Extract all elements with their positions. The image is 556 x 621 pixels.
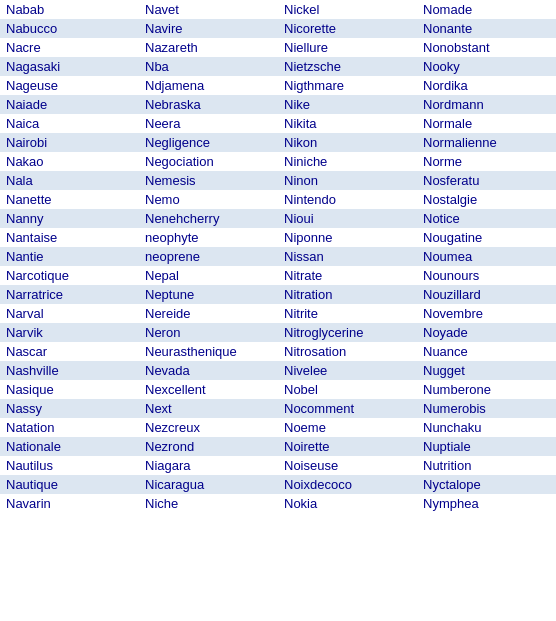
table-cell: Nitroglycerine (278, 323, 417, 342)
table-cell: Noiseuse (278, 456, 417, 475)
table-cell: Nike (278, 95, 417, 114)
table-cell: Nikon (278, 133, 417, 152)
table-cell: Nagasaki (0, 57, 139, 76)
table-cell: Nordmann (417, 95, 556, 114)
table-row: NacreNazarethNiellureNonobstant (0, 38, 556, 57)
table-row: NababNavetNickelNomade (0, 0, 556, 19)
table-row: NatationNezcreuxNoemeNunchaku (0, 418, 556, 437)
table-cell: Narratrice (0, 285, 139, 304)
table-cell: Nonobstant (417, 38, 556, 57)
table-cell: Naica (0, 114, 139, 133)
table-cell: Navet (139, 0, 278, 19)
table-row: NantieneopreneNissanNoumea (0, 247, 556, 266)
table-row: NairobiNegligenceNikonNormalienne (0, 133, 556, 152)
table-cell: Nitrosation (278, 342, 417, 361)
table-cell: Nioui (278, 209, 417, 228)
table-cell: Notice (417, 209, 556, 228)
table-row: NaiadeNebraskaNikeNordmann (0, 95, 556, 114)
table-cell: Numerobis (417, 399, 556, 418)
table-cell: Noyade (417, 323, 556, 342)
table-cell: Nebraska (139, 95, 278, 114)
table-cell: Ninon (278, 171, 417, 190)
table-cell: Novembre (417, 304, 556, 323)
table-row: NaicaNeeraNikitaNormale (0, 114, 556, 133)
table-cell: Niagara (139, 456, 278, 475)
table-cell: Nezrond (139, 437, 278, 456)
table-cell: Nooky (417, 57, 556, 76)
table-cell: Nitrite (278, 304, 417, 323)
table-cell: Navarin (0, 494, 139, 513)
table-cell: Nacre (0, 38, 139, 57)
table-cell: Natation (0, 418, 139, 437)
table-cell: Nala (0, 171, 139, 190)
table-cell: Nigthmare (278, 76, 417, 95)
table-cell: Nocomment (278, 399, 417, 418)
table-cell: Neron (139, 323, 278, 342)
table-cell: Niponne (278, 228, 417, 247)
table-cell: Nietzsche (278, 57, 417, 76)
table-cell: Neptune (139, 285, 278, 304)
table-cell: Naiade (0, 95, 139, 114)
table-cell: Niche (139, 494, 278, 513)
table-cell: Nezcreux (139, 418, 278, 437)
table-cell: Nikita (278, 114, 417, 133)
table-cell: Nereide (139, 304, 278, 323)
table-cell: Nymphea (417, 494, 556, 513)
table-cell: Nautilus (0, 456, 139, 475)
main-table: NababNavetNickelNomadeNabuccoNavireNicor… (0, 0, 556, 513)
table-row: NalaNemesisNinonNosferatu (0, 171, 556, 190)
table-cell: Nosferatu (417, 171, 556, 190)
table-row: NationaleNezrondNoiretteNuptiale (0, 437, 556, 456)
table-row: NannyNenehcherryNiouiNotice (0, 209, 556, 228)
table-cell: Normalienne (417, 133, 556, 152)
table-row: NageuseNdjamenaNigthmareNordika (0, 76, 556, 95)
table-cell: neophyte (139, 228, 278, 247)
table-cell: Noumea (417, 247, 556, 266)
table-cell: Nevada (139, 361, 278, 380)
table-row: NashvilleNevadaNiveleeNugget (0, 361, 556, 380)
table-cell: Nemo (139, 190, 278, 209)
table-cell: Nazareth (139, 38, 278, 57)
table-cell: Niniche (278, 152, 417, 171)
table-cell: Nougatine (417, 228, 556, 247)
table-row: NarcotiqueNepalNitrateNounours (0, 266, 556, 285)
table-cell: Normale (417, 114, 556, 133)
table-cell: Nairobi (0, 133, 139, 152)
table-cell: Nascar (0, 342, 139, 361)
table-cell: Noixdecoco (278, 475, 417, 494)
table-cell: Narcotique (0, 266, 139, 285)
table-cell: Nakao (0, 152, 139, 171)
table-cell: Nantie (0, 247, 139, 266)
table-row: NassyNextNocommentNumerobis (0, 399, 556, 418)
table-cell: Nugget (417, 361, 556, 380)
table-cell: Nitrate (278, 266, 417, 285)
table-row: NavarinNicheNokiaNymphea (0, 494, 556, 513)
table-cell: Nba (139, 57, 278, 76)
table-cell: Negligence (139, 133, 278, 152)
table-cell: Nyctalope (417, 475, 556, 494)
table-cell: Nanny (0, 209, 139, 228)
table-cell: Norme (417, 152, 556, 171)
table-cell: Nouzillard (417, 285, 556, 304)
table-cell: Narval (0, 304, 139, 323)
table-row: NabuccoNavireNicoretteNonante (0, 19, 556, 38)
table-cell: Nonante (417, 19, 556, 38)
table-cell: Nuptiale (417, 437, 556, 456)
table-row: NautiqueNicaraguaNoixdecocoNyctalope (0, 475, 556, 494)
table-cell: Nageuse (0, 76, 139, 95)
table-cell: Nutrition (417, 456, 556, 475)
table-cell: Nostalgie (417, 190, 556, 209)
table-cell: Nobel (278, 380, 417, 399)
table-cell: Nexcellent (139, 380, 278, 399)
table-cell: Nunchaku (417, 418, 556, 437)
table-cell: Numberone (417, 380, 556, 399)
table-cell: Nokia (278, 494, 417, 513)
table-row: NarvikNeronNitroglycerineNoyade (0, 323, 556, 342)
table-cell: Neurasthenique (139, 342, 278, 361)
table-cell: Nabucco (0, 19, 139, 38)
table-cell: Nepal (139, 266, 278, 285)
table-cell: Nitration (278, 285, 417, 304)
table-cell: Navire (139, 19, 278, 38)
table-cell: Nemesis (139, 171, 278, 190)
table-cell: Nanette (0, 190, 139, 209)
